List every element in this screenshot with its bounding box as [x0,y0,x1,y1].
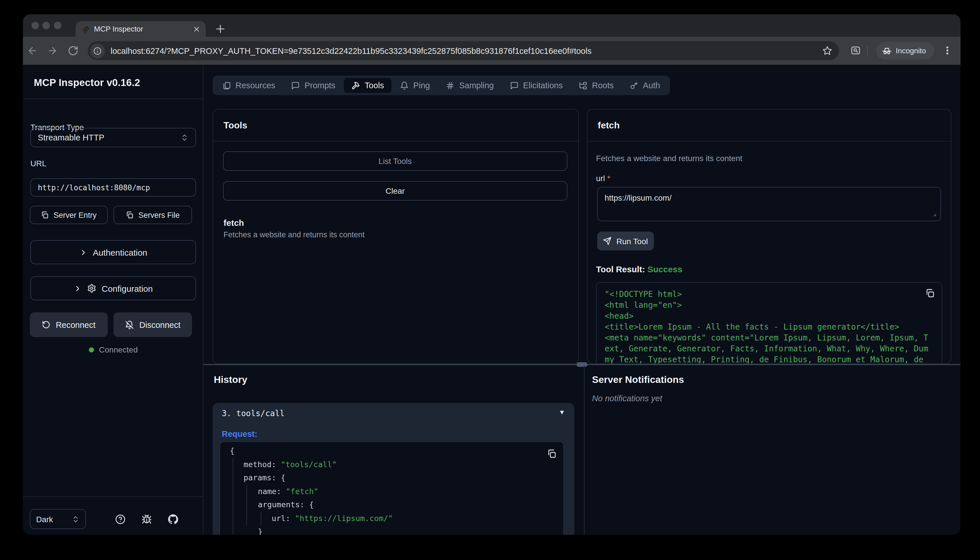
rotate-ccw-icon [42,320,51,329]
tools-panel-header: Tools [213,110,578,142]
help-icon[interactable] [115,514,125,525]
server-entry-label: Server Entry [53,211,97,219]
back-button[interactable] [27,45,38,56]
connected-dot [88,347,94,352]
bell-off-icon [125,320,134,329]
tool-result-label: Tool Result: Success [596,264,682,274]
tab-label: Tools [365,81,384,90]
mcp-inspector-page: MCP Inspector v0.16.2 Transport Type Str… [23,65,960,535]
tab-ping[interactable]: Ping [393,78,437,93]
json-line: { [220,444,563,458]
tab-label: Auth [643,81,660,90]
theme-select[interactable]: Dark [30,509,86,529]
sidebar: MCP Inspector v0.16.2 Transport Type Str… [23,65,203,535]
message-square-icon [510,81,518,90]
resize-grip-icon[interactable] [932,213,939,219]
site-info-icon[interactable] [90,43,105,58]
copy-result-icon[interactable] [925,288,935,298]
configuration-label: Configuration [102,283,153,293]
request-label: Request: [222,429,257,438]
hammer-icon [352,81,360,90]
tool-list-item-description: Fetches a website and returns its conten… [223,230,364,239]
traffic-light-minimize[interactable] [42,22,50,29]
result-line: my Text, Typesetting, Printing, de Finib… [605,354,933,364]
servers-file-button[interactable]: Servers File [113,206,192,224]
run-tool-label: Run Tool [616,237,648,246]
transport-type-select[interactable]: Streamable HTTP [30,128,196,147]
tab-auth[interactable]: Auth [622,78,668,93]
authentication-button[interactable]: Authentication [30,240,196,264]
result-status-badge: Success [647,264,682,274]
theme-value: Dark [36,515,72,523]
tab-elicitations[interactable]: Elicitations [502,78,570,93]
tab-close-icon[interactable] [193,25,200,32]
browser-menu-icon[interactable] [942,45,952,56]
server-entry-button[interactable]: Server Entry [30,206,108,224]
tool-result-code-block[interactable]: "<!DOCTYPE html> <html lang="en"> <head>… [596,282,942,364]
horizontal-resizer[interactable] [203,364,960,365]
history-title: History [214,374,247,386]
browser-tab[interactable]: MCP Inspector [76,21,206,37]
request-json-block[interactable]: { method: "tools/call" params: { name: "… [220,442,564,535]
collapse-caret-icon[interactable]: ▼ [559,409,565,415]
new-tab-button[interactable] [212,21,228,37]
copy-icon [126,211,134,219]
tab-prompts[interactable]: Prompts [284,78,343,93]
incognito-label: Incognito [896,47,926,55]
screenshot-stage: MCP Inspector localhost:6274/?MCP_PROXY_… [0,0,980,560]
tab-sampling[interactable]: Sampling [438,78,501,93]
github-icon[interactable] [168,514,178,525]
configuration-button[interactable]: Configuration [30,276,196,300]
tab-resources[interactable]: Resources [215,78,283,93]
traffic-light-close[interactable] [32,22,39,29]
toolbar-divider [867,45,868,56]
server-url-value: http://localhost:8080/mcp [38,183,150,192]
chevron-right-icon [79,248,88,257]
url-field-label: url * [596,174,611,183]
app-title: MCP Inspector v0.16.2 [34,77,140,89]
main-content: Resources Prompts Tools Ping [203,65,960,535]
tools-panel-title: Tools [223,120,247,131]
bug-report-icon[interactable] [141,514,152,525]
resizer-grip[interactable] [577,362,587,367]
tab-label: Roots [592,81,614,90]
required-asterisk: * [607,174,611,183]
gear-icon [87,284,97,293]
tab-roots[interactable]: Roots [571,78,621,93]
copy-icon [41,211,49,219]
result-line: <title>Lorem Ipsum - All the facts - Lip… [605,322,933,332]
tab-label: Prompts [304,81,336,90]
tab-label: Resources [236,81,275,90]
server-url-input[interactable]: http://localhost:8080/mcp [30,178,196,197]
json-line: arguments: { [220,498,563,512]
disconnect-button[interactable]: Disconnect [113,312,192,337]
disconnect-label: Disconnect [139,320,180,329]
bookmark-star-icon[interactable] [822,46,832,56]
history-entry-label[interactable]: 3. tools/call [222,409,285,418]
reconnect-button[interactable]: Reconnect [30,312,108,337]
fetch-tool-panel: fetch Fetches a website and returns its … [587,109,951,364]
tab-label: Elicitations [523,81,563,90]
search-tabs-icon[interactable] [850,45,861,56]
tools-panel: Tools List Tools Clear fetch Fetches a w… [213,109,579,364]
reconnect-label: Reconnect [56,320,96,329]
run-tool-button[interactable]: Run Tool [597,232,654,250]
copy-request-icon[interactable] [547,449,556,458]
browser-window: MCP Inspector localhost:6274/?MCP_PROXY_… [23,14,960,535]
fetch-description: Fetches a website and returns its conten… [596,153,742,163]
traffic-light-zoom[interactable] [54,22,61,29]
forward-button[interactable] [47,45,58,56]
list-tools-label: List Tools [379,157,412,166]
result-line: "<!DOCTYPE html> [605,289,933,300]
sidebar-header: MCP Inspector v0.16.2 [23,65,203,99]
server-notifications-title: Server Notifications [592,374,684,386]
url-textarea[interactable]: https://lipsum.com/ [597,187,941,221]
result-line: <html lang="en"> [605,300,933,311]
clear-button[interactable]: Clear [223,181,567,201]
tab-tools[interactable]: Tools [344,78,392,93]
tool-list-item[interactable]: fetch [223,218,244,228]
reload-button[interactable] [68,45,78,56]
address-bar[interactable]: localhost:6274/?MCP_PROXY_AUTH_TOKEN=9e7… [88,41,839,60]
list-tools-button[interactable]: List Tools [223,151,567,171]
fetch-panel-title: fetch [598,120,619,131]
